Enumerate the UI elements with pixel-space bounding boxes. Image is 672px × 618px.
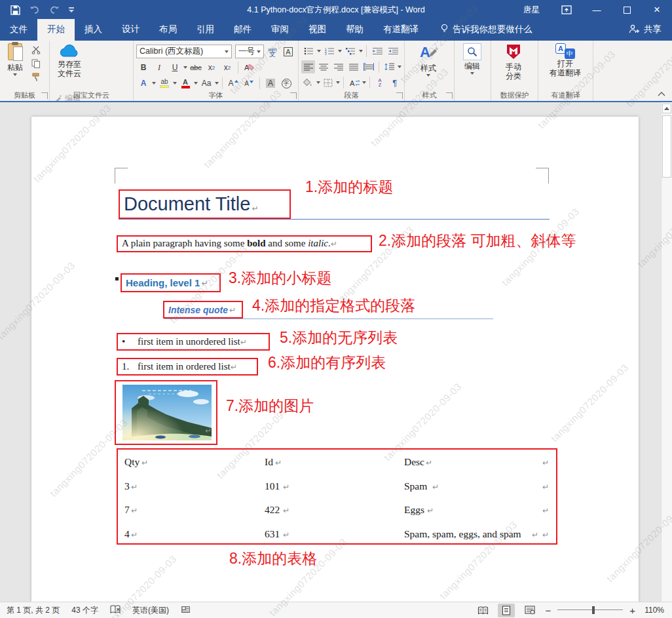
change-case-caret[interactable] — [215, 82, 219, 85]
format-painter-icon[interactable] — [29, 71, 43, 84]
numbering-icon[interactable]: 123 — [322, 45, 337, 58]
text-effects-caret[interactable] — [152, 82, 156, 85]
highlight-color-icon[interactable]: ab — [157, 77, 172, 90]
align-left-icon[interactable] — [301, 60, 315, 73]
tab-help[interactable]: 帮助 — [336, 19, 373, 41]
strikethrough-icon[interactable]: abc — [189, 61, 203, 74]
web-layout-icon[interactable] — [521, 604, 538, 617]
font-dialog-launcher-icon[interactable] — [290, 92, 297, 99]
justify-icon[interactable] — [346, 60, 360, 73]
tab-mailings[interactable]: 邮件 — [224, 19, 261, 41]
borders-icon[interactable] — [322, 76, 335, 89]
asian-layout-caret[interactable] — [362, 81, 366, 84]
character-border-icon[interactable]: A — [281, 45, 295, 58]
tab-review[interactable]: 审阅 — [261, 19, 299, 41]
undo-icon[interactable] — [29, 6, 40, 14]
distribute-icon[interactable] — [362, 60, 375, 73]
zoom-out-button[interactable]: − — [545, 605, 551, 616]
sort-icon[interactable]: AZ — [373, 76, 387, 89]
asian-layout-icon[interactable]: A — [347, 76, 361, 89]
clear-formatting-icon[interactable]: A — [242, 61, 256, 74]
font-color-caret[interactable] — [194, 82, 198, 85]
customize-quick-access-icon[interactable] — [69, 7, 74, 12]
share-button[interactable]: 共享 — [629, 19, 672, 41]
enclose-characters-icon[interactable]: 字 — [279, 77, 293, 90]
underline-icon[interactable]: U — [168, 61, 182, 74]
font-size-combo[interactable]: 一号 — [235, 45, 264, 58]
text-effects-icon[interactable]: A — [136, 77, 151, 90]
manual-classify-button[interactable]: 手动 分类 — [494, 43, 533, 90]
styles-dialog-launcher-icon[interactable] — [446, 92, 453, 99]
shading-caret[interactable] — [316, 81, 320, 84]
tab-view[interactable]: 视图 — [299, 19, 336, 41]
bullets-icon[interactable] — [301, 45, 316, 58]
zoom-in-button[interactable]: + — [629, 605, 635, 616]
italic-icon[interactable]: I — [152, 61, 166, 74]
multilevel-list-icon[interactable] — [343, 45, 358, 58]
page-indicator[interactable]: 第 1 页, 共 2 页 — [7, 605, 60, 616]
collapse-ribbon-icon[interactable] — [658, 87, 665, 99]
tab-youdao[interactable]: 有道翻译 — [373, 19, 428, 41]
multilevel-caret[interactable] — [359, 50, 363, 52]
copy-icon[interactable] — [29, 57, 43, 70]
tab-insert[interactable]: 插入 — [75, 19, 112, 41]
shrink-font-icon[interactable]: A — [242, 77, 256, 90]
open-youdao-button[interactable]: A 中 打开 有道翻译 — [541, 43, 589, 90]
show-paragraph-marks-icon[interactable]: ¶ — [388, 76, 401, 89]
zoom-level[interactable]: 110% — [642, 606, 664, 615]
highlight-caret[interactable] — [173, 82, 177, 85]
save-to-cloud-button[interactable]: 另存至 文件云 — [52, 43, 86, 90]
tab-design[interactable]: 设计 — [112, 19, 149, 41]
document-page[interactable]: Document Title ↵ 1.添加的标题 A plain paragra… — [31, 117, 639, 602]
ribbon-display-options-icon[interactable] — [551, 0, 582, 20]
subscript-icon[interactable]: x2 — [204, 61, 219, 74]
maximize-button[interactable] — [612, 0, 642, 20]
font-color-icon[interactable]: A — [178, 77, 193, 90]
minimize-button[interactable]: — — [582, 0, 612, 20]
zoom-slider[interactable] — [557, 606, 623, 615]
character-shading-icon[interactable]: A — [263, 77, 278, 90]
clipboard-dialog-launcher-icon[interactable] — [41, 92, 48, 99]
grow-font-icon[interactable]: A — [226, 77, 240, 90]
shading-bucket-icon[interactable] — [301, 76, 315, 89]
bold-icon[interactable]: B — [136, 61, 151, 74]
save-icon[interactable] — [10, 5, 20, 15]
align-center-icon[interactable] — [316, 60, 330, 73]
font-name-combo[interactable]: Calibri (西文标题) — [136, 45, 232, 58]
numbering-caret[interactable] — [338, 50, 342, 52]
paste-button[interactable]: 粘贴 — [3, 43, 28, 90]
print-layout-icon[interactable] — [498, 604, 515, 617]
vertical-scrollbar[interactable] — [661, 102, 672, 602]
inline-picture[interactable] — [122, 385, 212, 440]
close-button[interactable]: × — [642, 0, 672, 20]
tab-layout[interactable]: 布局 — [149, 19, 187, 41]
cut-icon[interactable] — [29, 43, 43, 56]
scrollbar-thumb[interactable] — [662, 115, 671, 178]
decrease-indent-icon[interactable] — [370, 45, 384, 58]
redo-icon[interactable] — [49, 6, 60, 14]
input-mode-icon[interactable] — [181, 605, 191, 615]
language-indicator[interactable]: 英语(美国) — [132, 605, 169, 616]
tab-references[interactable]: 引用 — [187, 19, 224, 41]
paragraph-dialog-launcher-icon[interactable] — [396, 92, 403, 99]
scroll-up-icon[interactable] — [662, 104, 671, 113]
zoom-slider-knob[interactable] — [592, 606, 595, 614]
line-spacing-caret[interactable] — [398, 66, 401, 68]
editing-button[interactable]: 编辑 — [457, 43, 487, 90]
tab-home[interactable]: 开始 — [37, 19, 75, 41]
increase-indent-icon[interactable] — [386, 45, 400, 58]
underline-caret[interactable] — [183, 66, 187, 69]
line-spacing-icon[interactable] — [383, 60, 396, 73]
superscript-icon[interactable]: x2 — [220, 61, 234, 74]
phonetic-guide-icon[interactable]: wén 文 — [265, 45, 280, 58]
tab-file[interactable]: 文件 — [0, 19, 37, 41]
bullets-caret[interactable] — [317, 50, 321, 52]
change-case-icon[interactable]: Aa — [199, 77, 214, 90]
read-mode-icon[interactable] — [474, 604, 491, 617]
align-right-icon[interactable] — [331, 60, 345, 73]
user-name[interactable]: 唐星 — [512, 5, 551, 16]
proofing-icon[interactable] — [110, 605, 121, 616]
borders-caret[interactable] — [336, 81, 340, 84]
styles-button[interactable]: A 样式 — [407, 43, 449, 90]
tell-me-box[interactable]: 告诉我你想要做什么 — [428, 19, 539, 41]
